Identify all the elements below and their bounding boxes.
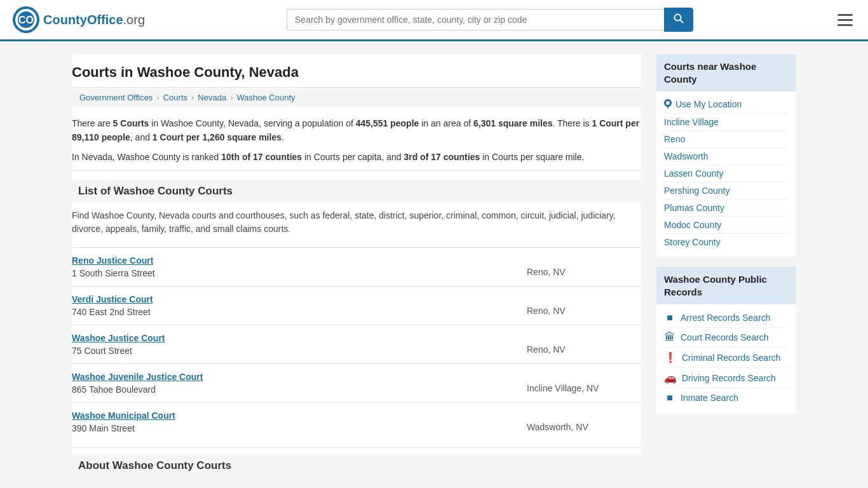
breadcrumb-link-nevada[interactable]: Nevada bbox=[198, 93, 226, 102]
sidebar-nearby-link[interactable]: Wadsworth bbox=[664, 148, 789, 165]
court-address: 865 Tahoe Boulevard bbox=[72, 384, 156, 395]
stats-rank-post: in Courts per square mile. bbox=[480, 152, 584, 162]
breadcrumb-link-gov[interactable]: Government Offices bbox=[79, 93, 153, 102]
search-icon bbox=[674, 13, 684, 24]
stats-and: , and bbox=[130, 132, 153, 142]
menu-icon-line bbox=[837, 14, 853, 16]
page-title: Courts in Washoe County, Nevada bbox=[72, 54, 641, 88]
menu-icon-line bbox=[837, 24, 853, 26]
court-address: 1 South Sierra Street bbox=[72, 268, 155, 278]
stats-rank1: 10th of 17 counties bbox=[221, 152, 302, 162]
stats-area: 6,301 square miles bbox=[473, 118, 553, 128]
record-link-label: Inmate Search bbox=[681, 393, 738, 403]
sidebar-nearby-link[interactable]: Storey County bbox=[664, 234, 789, 250]
public-records-content: ■Arrest Records Search🏛Court Records Sea… bbox=[656, 304, 796, 414]
court-info: Washoe Municipal Court 390 Main Street bbox=[72, 410, 527, 433]
menu-icon-line bbox=[837, 19, 853, 21]
court-name-link[interactable]: Verdi Justice Court bbox=[72, 294, 527, 304]
sidebar-nearby-link[interactable]: Pershing County bbox=[664, 182, 789, 200]
record-icon: 🏛 bbox=[664, 332, 675, 343]
sidebar-record-link[interactable]: ■Inmate Search bbox=[664, 388, 789, 407]
site-header: CO CountyOffice.org bbox=[0, 0, 868, 41]
main-wrapper: Courts in Washoe County, Nevada Governme… bbox=[59, 41, 809, 488]
court-city-state: Wadsworth, NV bbox=[527, 410, 641, 432]
court-address: 75 Court Street bbox=[72, 346, 132, 356]
breadcrumb-sep: › bbox=[230, 93, 233, 102]
about-section: About Washoe County Courts bbox=[72, 447, 641, 477]
sidebar-nearby-link[interactable]: Incline Village bbox=[664, 114, 789, 131]
table-row: Washoe Justice Court 75 Court Street Ren… bbox=[72, 325, 641, 363]
svg-point-4 bbox=[675, 15, 681, 21]
table-row: Washoe Municipal Court 390 Main Street W… bbox=[72, 402, 641, 441]
sidebar: Courts near Washoe County Use My Locatio… bbox=[656, 54, 796, 424]
logo[interactable]: CO CountyOffice.org bbox=[13, 6, 145, 33]
record-link-label: Criminal Records Search bbox=[682, 353, 781, 363]
use-my-location-link[interactable]: Use My Location bbox=[664, 95, 789, 114]
public-records-box: Washoe County Public Records ■Arrest Rec… bbox=[656, 267, 796, 414]
stats-intro: There are bbox=[72, 118, 113, 128]
list-heading: List of Washoe County Courts bbox=[72, 180, 641, 203]
sidebar-record-link[interactable]: ■Arrest Records Search bbox=[664, 308, 789, 328]
court-name-link[interactable]: Reno Justice Court bbox=[72, 255, 527, 266]
nearby-courts-box: Courts near Washoe County Use My Locatio… bbox=[656, 54, 796, 257]
stats-per2: 1 Court per 1,260 square miles bbox=[153, 132, 281, 142]
breadcrumb-sep: › bbox=[191, 93, 194, 102]
stats-rank-pre: In Nevada, Washoe County is ranked bbox=[72, 152, 221, 162]
sidebar-nearby-link[interactable]: Reno bbox=[664, 131, 789, 148]
search-area bbox=[287, 8, 693, 32]
table-row: Washoe Juvenile Justice Court 865 Tahoe … bbox=[72, 363, 641, 402]
sidebar-nearby-link[interactable]: Modoc County bbox=[664, 217, 789, 234]
court-address: 740 East 2nd Street bbox=[72, 307, 151, 317]
breadcrumb-sep: › bbox=[156, 93, 159, 102]
record-icon: ■ bbox=[664, 312, 675, 323]
breadcrumb-link-washoe[interactable]: Washoe County bbox=[237, 93, 295, 102]
location-pin-icon bbox=[664, 99, 672, 109]
stats-population: 445,551 people bbox=[356, 118, 419, 128]
record-link-label: Court Records Search bbox=[681, 332, 769, 342]
record-link-label: Arrest Records Search bbox=[681, 313, 771, 323]
table-row: Verdi Justice Court 740 East 2nd Street … bbox=[72, 286, 641, 325]
sidebar-record-link[interactable]: ❗Criminal Records Search bbox=[664, 348, 789, 368]
nearby-links: Incline VillageRenoWadsworthLassen Count… bbox=[664, 114, 789, 250]
svg-text:CO: CO bbox=[18, 15, 34, 25]
court-name-link[interactable]: Washoe Justice Court bbox=[72, 333, 527, 343]
search-input[interactable] bbox=[287, 9, 664, 30]
nearby-courts-content: Use My Location Incline VillageRenoWadsw… bbox=[656, 92, 796, 257]
court-name-link[interactable]: Washoe Municipal Court bbox=[72, 410, 527, 421]
sidebar-nearby-link[interactable]: Lassen County bbox=[664, 165, 789, 182]
sidebar-record-link[interactable]: 🏛Court Records Search bbox=[664, 328, 789, 348]
record-icon: ❗ bbox=[664, 351, 677, 363]
stats-section: There are 5 Courts in Washoe County, Nev… bbox=[72, 107, 641, 171]
search-button[interactable] bbox=[664, 8, 693, 32]
content-area: Courts in Washoe County, Nevada Governme… bbox=[72, 54, 641, 477]
stats-count: 5 Courts bbox=[113, 118, 149, 128]
list-section: List of Washoe County Courts Find Washoe… bbox=[72, 171, 641, 441]
court-info: Washoe Justice Court 75 Court Street bbox=[72, 333, 527, 356]
logo-icon: CO bbox=[13, 6, 39, 33]
breadcrumb-link-courts[interactable]: Courts bbox=[163, 93, 187, 102]
records-links: ■Arrest Records Search🏛Court Records Sea… bbox=[664, 308, 789, 407]
stats-rank2: 3rd of 17 counties bbox=[403, 152, 480, 162]
menu-button[interactable] bbox=[835, 11, 855, 29]
breadcrumb: Government Offices › Courts › Nevada › W… bbox=[72, 88, 641, 107]
public-records-title: Washoe County Public Records bbox=[656, 267, 796, 304]
svg-point-7 bbox=[666, 101, 670, 105]
sidebar-record-link[interactable]: 🚗Driving Records Search bbox=[664, 368, 789, 388]
logo-wordmark: CountyOffice.org bbox=[43, 13, 145, 27]
court-info: Washoe Juvenile Justice Court 865 Tahoe … bbox=[72, 372, 527, 395]
svg-line-5 bbox=[681, 20, 684, 24]
court-address: 390 Main Street bbox=[72, 423, 135, 433]
stats-dot: . bbox=[281, 132, 284, 142]
stats-mid: in Washoe County, Nevada, serving a popu… bbox=[149, 118, 355, 128]
court-city-state: Incline Village, NV bbox=[527, 372, 641, 393]
record-icon: ■ bbox=[664, 392, 675, 403]
courts-list: Reno Justice Court 1 South Sierra Street… bbox=[72, 247, 641, 441]
court-info: Reno Justice Court 1 South Sierra Street bbox=[72, 255, 527, 278]
court-city-state: Reno, NV bbox=[527, 255, 641, 277]
court-name-link[interactable]: Washoe Juvenile Justice Court bbox=[72, 372, 527, 382]
court-city-state: Reno, NV bbox=[527, 294, 641, 316]
record-icon: 🚗 bbox=[664, 372, 677, 384]
stats-area-pre: in an area of bbox=[419, 118, 473, 128]
nearby-courts-title: Courts near Washoe County bbox=[656, 54, 796, 92]
sidebar-nearby-link[interactable]: Plumas County bbox=[664, 200, 789, 217]
